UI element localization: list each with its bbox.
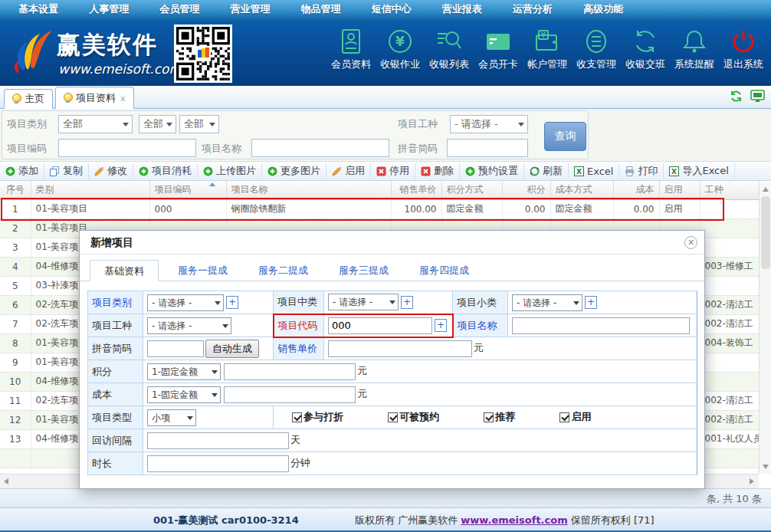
more-images-button[interactable]: 更多图片 [262, 163, 326, 179]
tab-close-icon[interactable]: x [120, 88, 126, 109]
quick-account-mgmt[interactable]: ¥ 帐户管理 [523, 26, 572, 71]
dialog-tab-service1[interactable]: 服务一提成 [164, 260, 241, 281]
refresh-tab-icon[interactable] [730, 90, 743, 105]
upload-image-button[interactable]: 上传图片 [198, 163, 262, 179]
col-point-mode[interactable]: 积分方式 [441, 181, 502, 199]
form-cost-mode-select[interactable]: 1-固定金额 [147, 386, 221, 403]
col-code[interactable]: 项目编码 [149, 181, 226, 199]
dialog-body: 项目类别 - 请选择 -+ 项目中类 - 请选择 -+ 项目小类 - 请选择 -… [80, 281, 704, 475]
category-select-2[interactable]: 全部 [139, 115, 176, 133]
checkbox-bookable[interactable]: 可被预约 [388, 410, 439, 424]
dialog-close-icon[interactable] [684, 236, 697, 249]
category-select-3[interactable]: 全部 [179, 115, 219, 133]
dialog-tab-service3[interactable]: 服务三提成 [325, 260, 402, 281]
tab-project-data[interactable]: 项目资料x [55, 87, 134, 109]
refresh-button[interactable]: 刷新 [524, 163, 569, 179]
form-midclass-select[interactable]: - 请选择 - [328, 294, 399, 310]
tab-home[interactable]: 主页 [4, 89, 53, 109]
col-worktype[interactable]: 工种 [700, 181, 759, 199]
menu-item-sms[interactable]: 短信中心 [363, 0, 421, 18]
col-cost-mode[interactable]: 成本方式 [550, 181, 613, 199]
scroll-left-icon[interactable] [4, 478, 8, 484]
form-code-input[interactable] [328, 317, 432, 334]
form-price-input[interactable] [328, 340, 472, 357]
print-button[interactable]: 打印 [619, 163, 664, 179]
delete-button[interactable]: 删除 [415, 163, 460, 179]
cell-cost-mode: 固定金额 [550, 199, 613, 218]
menu-item-advanced[interactable]: 高级功能 [574, 0, 632, 18]
table-row[interactable]: 1 01-美容项目 000 钢圈除锈翻新 100.00 固定金额 0.00 固定… [0, 199, 759, 218]
quick-member-card[interactable]: 会员开卡 [474, 26, 523, 71]
excel-export-button[interactable]: XExcel [569, 163, 619, 179]
quick-cashier-work[interactable]: ¥ 收银作业 [376, 26, 425, 71]
cell-worktype: 002-清洁工 [700, 295, 759, 314]
add-category-button[interactable]: + [226, 296, 238, 309]
menu-item-members[interactable]: 会员管理 [150, 0, 208, 18]
emeisoft-link[interactable]: www.emeisoft.com [461, 514, 567, 526]
col-category[interactable]: 类别 [31, 181, 149, 199]
menu-item-analytics[interactable]: 运营分析 [504, 0, 562, 18]
form-worktype-select[interactable]: - 请选择 - [147, 317, 231, 334]
vertical-scrollbar[interactable] [759, 182, 771, 474]
checkbox-recommend[interactable]: 推荐 [484, 410, 515, 424]
copy-button[interactable]: 复制 [44, 163, 89, 179]
menu-item-reports[interactable]: 营业报表 [433, 0, 491, 18]
enable-button[interactable]: 启用 [326, 163, 371, 179]
category-select-1[interactable]: 全部 [58, 115, 133, 133]
form-pinyin-input[interactable] [147, 340, 204, 357]
form-category-select[interactable]: - 请选择 - [147, 294, 224, 311]
menu-item-basic-settings[interactable]: 基本设置 [9, 0, 67, 18]
autogen-button[interactable]: 自动生成 [205, 340, 259, 358]
form-smallclass-select[interactable]: - 请选择 - [512, 294, 582, 311]
col-enabled[interactable]: 启用 [659, 181, 700, 199]
scroll-thumb[interactable] [761, 196, 770, 269]
dialog-tab-basic[interactable]: 基础资料 [90, 260, 159, 281]
form-revisit-input[interactable] [147, 432, 289, 449]
form-name-input[interactable] [512, 317, 690, 334]
menu-item-hr[interactable]: 人事管理 [80, 0, 138, 18]
quick-system-reminder[interactable]: 系统提醒 [670, 26, 719, 71]
col-no[interactable]: 序号 [0, 181, 31, 199]
quick-cashier-list[interactable]: 收银列表 [425, 26, 474, 71]
col-points[interactable]: 积分 [502, 181, 550, 199]
quick-exit-system[interactable]: 退出系统 [719, 26, 768, 71]
checkbox-enabled[interactable]: 启用 [559, 410, 591, 424]
pinyin-filter-input[interactable] [447, 139, 528, 157]
menu-item-goods[interactable]: 物品管理 [292, 0, 350, 18]
copyright-suffix: 保留所有权利 [71] [571, 514, 655, 526]
booking-settings-button[interactable]: 预约设置 [460, 163, 524, 179]
scroll-up-icon[interactable] [763, 187, 769, 192]
form-duration-input[interactable] [147, 455, 289, 472]
svg-text:X: X [671, 168, 677, 176]
worktype-select[interactable]: - 请选择 - [450, 115, 528, 133]
dialog-tab-service4[interactable]: 服务四提成 [405, 260, 483, 281]
fullscreen-monitor-icon[interactable] [750, 90, 765, 105]
form-type-select[interactable]: 小项 [147, 409, 196, 426]
scroll-right-icon[interactable] [750, 478, 754, 484]
checkbox-discount[interactable]: 参与打折 [292, 410, 343, 424]
form-cost-input[interactable] [224, 386, 356, 403]
add-button[interactable]: 添加 [0, 163, 44, 179]
disable-button[interactable]: 停用 [371, 163, 415, 179]
menu-item-business[interactable]: 营业管理 [221, 0, 279, 18]
dialog-tab-service2[interactable]: 服务二提成 [244, 260, 322, 281]
name-filter-input[interactable] [251, 139, 389, 157]
quick-shift-change[interactable]: 收银交班 [621, 26, 670, 71]
col-price[interactable]: 销售单价 [391, 181, 441, 199]
project-consume-button[interactable]: 项目消耗 [133, 163, 198, 179]
excel-import-button[interactable]: X导入Excel [664, 163, 734, 179]
col-name[interactable]: 项目名称 [226, 181, 391, 199]
search-button[interactable]: 查询 [544, 122, 586, 151]
add-midclass-button[interactable]: + [401, 296, 413, 309]
edit-button[interactable]: 修改 [89, 163, 133, 179]
add-smallclass-button[interactable]: + [585, 296, 597, 309]
quick-member-profile[interactable]: 会员资料 [326, 26, 376, 71]
form-points-input[interactable] [224, 363, 356, 380]
col-cost[interactable]: 成本 [613, 181, 659, 199]
code-filter-input[interactable] [58, 139, 196, 157]
quick-income-expense[interactable]: 收支管理 [572, 26, 621, 71]
checkbox-checked-icon [484, 412, 494, 422]
form-points-mode-select[interactable]: 1-固定金额 [147, 363, 221, 380]
add-code-button[interactable]: + [435, 319, 447, 332]
scroll-down-icon[interactable] [763, 465, 769, 469]
